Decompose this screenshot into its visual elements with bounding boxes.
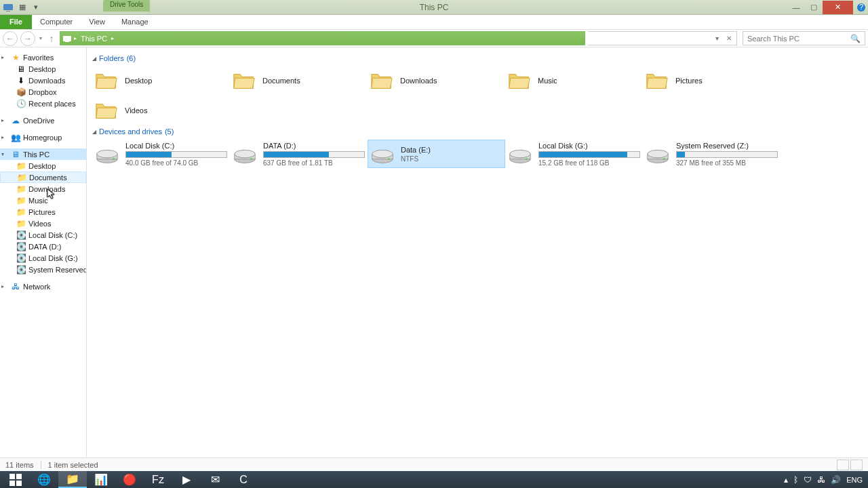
chevron-right-icon[interactable]: ▸ (110, 35, 115, 41)
system-tray[interactable]: ▴ ᛒ 🛡 🖧 🔊 ENG (784, 475, 867, 485)
tray-security-icon[interactable]: 🛡 (804, 475, 812, 485)
maximize-button[interactable]: ▢ (805, 1, 823, 14)
sidebar-item-videos[interactable]: 📁Videos (0, 218, 86, 229)
sidebar-item-documents[interactable]: 📁Documents (0, 171, 86, 183)
up-button[interactable]: ↑ (46, 33, 57, 44)
sidebar-onedrive[interactable]: ▸ ☁ OneDrive (0, 115, 86, 126)
drive-usage-bar (263, 151, 365, 158)
tab-computer[interactable]: Computer (32, 15, 81, 29)
refresh-button[interactable]: ✕ (723, 33, 735, 45)
tab-file[interactable]: File (0, 15, 32, 29)
tray-bluetooth-icon[interactable]: ᛒ (793, 475, 798, 485)
taskbar-chrome[interactable]: 🔴 (115, 471, 144, 488)
search-icon[interactable]: 🔍 (850, 34, 861, 43)
taskbar-mail[interactable]: ✉ (201, 471, 229, 488)
expand-arrow-icon[interactable]: ▸ (1, 54, 4, 60)
drive-item[interactable]: DATA (D:)637 GB free of 1.81 TB (230, 140, 368, 168)
close-button[interactable]: ✕ (823, 1, 853, 14)
sidebar-network[interactable]: ▸ 🖧 Network (0, 281, 86, 292)
folder-item[interactable]: Documents (230, 66, 368, 95)
folder-item[interactable]: Music (505, 66, 643, 95)
taskbar-explorer[interactable]: 📁 (58, 471, 87, 488)
tray-language[interactable]: ENG (846, 476, 863, 484)
drive-icon: 💽 (16, 242, 26, 251)
drive-icon (232, 142, 258, 166)
tray-up-icon[interactable]: ▴ (784, 475, 788, 485)
tray-network-icon[interactable]: 🖧 (817, 475, 825, 485)
search-box[interactable]: 🔍 (743, 31, 865, 45)
taskbar-ie[interactable]: 🌐 (30, 471, 58, 488)
sidebar-item-desktop[interactable]: 📁Desktop (0, 160, 86, 171)
sidebar-item-recent[interactable]: 🕓Recent places (0, 98, 86, 109)
folder-item[interactable]: Desktop (92, 66, 230, 95)
sidebar-item-pictures[interactable]: 📁Pictures (0, 206, 86, 218)
drive-item[interactable]: System Reserved (Z:)327 MB free of 355 M… (643, 140, 781, 168)
collapse-arrow-icon[interactable]: ◢ (92, 129, 96, 135)
location-icon (62, 33, 73, 44)
sidebar-item-drive-d[interactable]: 💽DATA (D:) (0, 241, 86, 252)
qat-dropdown-icon[interactable]: ▾ (30, 1, 42, 14)
sidebar-item-downloads[interactable]: ⬇Downloads (0, 75, 86, 86)
svg-point-16 (372, 150, 393, 157)
sidebar-favorites[interactable]: ▸ ★ Favorites (0, 52, 86, 63)
expand-arrow-icon[interactable]: ▸ (1, 117, 4, 123)
taskbar-filezilla[interactable]: Fz (144, 471, 172, 488)
expand-arrow-icon[interactable]: ▸ (1, 283, 4, 289)
taskbar-camtasia[interactable]: C (229, 471, 258, 488)
drive-usage-bar (676, 151, 778, 158)
drive-icon (370, 142, 395, 166)
tray-volume-icon[interactable]: 🔊 (831, 475, 841, 485)
drive-item[interactable]: Data (E:)NTFS (368, 140, 505, 168)
minimize-button[interactable]: — (787, 1, 805, 14)
drive-item[interactable]: Local Disk (G:)15.2 GB free of 118 GB (505, 140, 643, 168)
svg-text:?: ? (859, 3, 863, 11)
drive-icon (94, 142, 120, 166)
collapse-arrow-icon[interactable]: ◢ (92, 56, 96, 62)
help-button[interactable]: ? (854, 1, 868, 14)
history-dropdown[interactable]: ▾ (38, 35, 43, 41)
qat-properties-icon[interactable]: ▦ (16, 1, 28, 14)
sidebar-item-drive-z[interactable]: 💽System Reserved (Z:) (0, 264, 86, 275)
sidebar-homegroup[interactable]: ▸ 👥 Homegroup (0, 131, 86, 143)
address-bar[interactable]: ▸ This PC ▸ (60, 31, 585, 45)
breadcrumb-segment[interactable]: This PC (78, 35, 110, 43)
system-icon (3, 2, 14, 13)
forward-button[interactable]: → (20, 31, 35, 46)
chevron-right-icon[interactable]: ▸ (73, 35, 78, 41)
sidebar-item-music[interactable]: 📁Music (0, 195, 86, 206)
folder-item[interactable]: Downloads (368, 66, 505, 95)
folder-item[interactable]: Videos (92, 96, 230, 125)
collapse-arrow-icon[interactable]: ▾ (1, 151, 4, 157)
tiles-view-button[interactable] (850, 460, 863, 470)
svg-rect-1 (6, 11, 10, 12)
search-input[interactable] (747, 35, 850, 43)
tab-view[interactable]: View (81, 15, 113, 29)
tab-manage[interactable]: Manage (113, 15, 157, 29)
taskbar-excel[interactable]: 📊 (87, 471, 115, 488)
back-button[interactable]: ← (3, 31, 18, 46)
sidebar-item-drive-c[interactable]: 💽Local Disk (C:) (0, 229, 86, 241)
sidebar-item-dropbox[interactable]: 📦Dropbox (0, 86, 86, 98)
window-title: This PC (420, 3, 449, 12)
drive-icon (507, 142, 533, 166)
expand-arrow-icon[interactable]: ▸ (1, 134, 4, 140)
svg-rect-29 (16, 481, 22, 486)
svg-point-25 (663, 158, 665, 160)
folder-item[interactable]: Pictures (643, 66, 781, 95)
address-dropdown-button[interactable]: ▾ (711, 33, 723, 45)
drive-usage-bar (538, 151, 640, 158)
sidebar-item-drive-g[interactable]: 💽Local Disk (G:) (0, 252, 86, 264)
folder-icon (94, 98, 119, 123)
section-folders[interactable]: ◢ Folders (6) (92, 54, 863, 62)
drive-item[interactable]: Local Disk (C:)40.0 GB free of 74.0 GB (92, 140, 230, 168)
folder-icon (369, 68, 395, 93)
section-drives[interactable]: ◢ Devices and drives (5) (92, 127, 863, 136)
folder-label: Downloads (400, 77, 437, 85)
sidebar-item-desktop[interactable]: 🖥Desktop (0, 63, 86, 75)
svg-rect-4 (63, 36, 71, 41)
taskbar-app1[interactable]: ▶ (172, 471, 201, 488)
sidebar-item-downloads[interactable]: 📁Downloads (0, 183, 86, 195)
start-button[interactable] (1, 471, 30, 488)
details-view-button[interactable] (837, 460, 849, 470)
sidebar-this-pc[interactable]: ▾ 🖥 This PC (0, 148, 86, 160)
